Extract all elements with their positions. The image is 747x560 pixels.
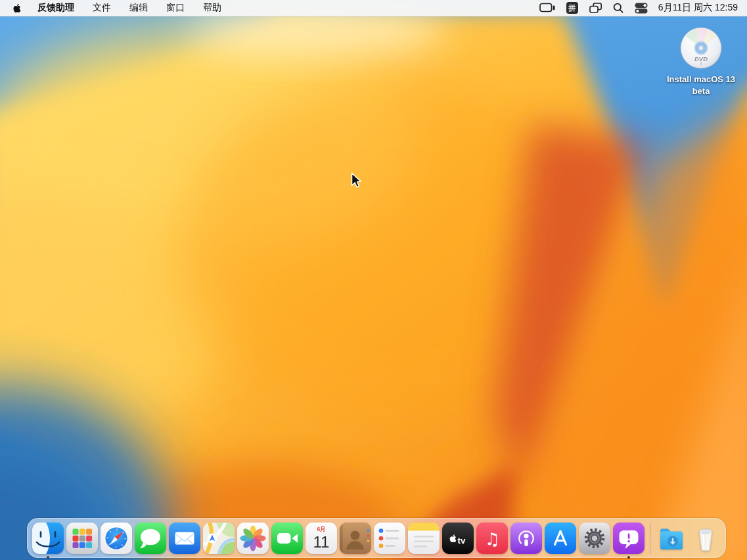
dock-app-store[interactable] xyxy=(545,523,576,554)
running-indicator xyxy=(627,556,630,559)
dock-separator xyxy=(650,523,650,554)
calendar-day-label: 11 xyxy=(313,533,330,551)
dock-mail[interactable] xyxy=(169,523,200,554)
menu-help[interactable]: 帮助 xyxy=(203,2,221,14)
calendar-month-label: 6月 xyxy=(317,526,325,532)
dock-apple-tv[interactable]: tv xyxy=(442,523,474,554)
stacked-windows-icon[interactable] xyxy=(589,3,602,13)
apple-tv-logo-text: tv xyxy=(458,535,466,545)
apple-menu-icon[interactable] xyxy=(13,3,21,13)
dock-feedback-assistant[interactable] xyxy=(613,523,645,554)
control-center-icon[interactable] xyxy=(635,3,648,14)
desktop-icon-install-macos[interactable]: DVD ® Install macOS 13 beta xyxy=(660,26,742,97)
dock-notes[interactable] xyxy=(408,523,440,554)
dock-reminders[interactable] xyxy=(374,523,405,554)
menubar-datetime[interactable]: 6月11日 周六 12:59 xyxy=(658,2,738,14)
dock-photos[interactable] xyxy=(237,523,269,554)
dvd-disc-icon: DVD ® xyxy=(679,26,723,70)
dock-messages[interactable] xyxy=(135,523,166,554)
dock-calendar[interactable]: 6月 11 xyxy=(306,523,337,554)
dock: 6月 11 xyxy=(27,518,726,558)
dock-facetime[interactable] xyxy=(271,523,303,554)
input-method-badge[interactable]: 拼 xyxy=(566,2,578,14)
dvd-logo-text: DVD xyxy=(694,55,708,62)
dock-music[interactable]: ♫ xyxy=(476,523,508,554)
dock-trash[interactable] xyxy=(690,523,721,554)
menu-edit[interactable]: 编辑 xyxy=(129,2,148,14)
dock-contacts[interactable] xyxy=(340,523,371,554)
dock-launchpad[interactable] xyxy=(66,523,98,554)
menu-bar: 反馈助理 文件 编辑 窗口 帮助 拼 6月11日 周六 12:59 xyxy=(0,0,747,16)
macos-desktop: 反馈助理 文件 编辑 窗口 帮助 拼 6月11日 周六 12:59 xyxy=(0,0,747,560)
dock-finder[interactable] xyxy=(32,523,64,554)
menu-window[interactable]: 窗口 xyxy=(166,2,185,14)
desktop-icon-label: Install macOS 13 beta xyxy=(660,74,742,97)
dock-downloads-folder[interactable] xyxy=(656,523,687,554)
desktop-wallpaper xyxy=(0,0,747,560)
mouse-cursor xyxy=(351,172,363,190)
menu-file[interactable]: 文件 xyxy=(93,2,111,14)
dock-safari[interactable] xyxy=(101,523,132,554)
dock-podcasts[interactable] xyxy=(510,523,542,554)
active-app-menu[interactable]: 反馈助理 xyxy=(37,2,74,14)
spotlight-search-icon[interactable] xyxy=(613,3,623,13)
music-note-glyph: ♫ xyxy=(484,528,499,548)
display-icon[interactable] xyxy=(539,3,555,13)
dock-system-settings[interactable] xyxy=(579,523,610,554)
running-indicator xyxy=(47,556,49,559)
dock-maps[interactable] xyxy=(203,523,235,554)
